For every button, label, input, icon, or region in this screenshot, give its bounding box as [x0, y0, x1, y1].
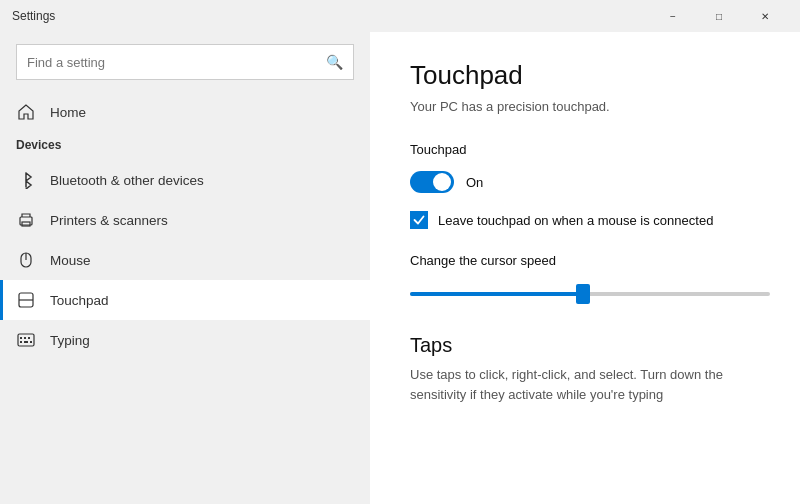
- maximize-button[interactable]: □: [696, 0, 742, 32]
- sidebar-item-touchpad[interactable]: Touchpad: [0, 280, 370, 320]
- sidebar: 🔍 Home Devices Bluetooth & other devices: [0, 32, 370, 504]
- touchpad-toggle[interactable]: [410, 171, 454, 193]
- touchpad-section-label: Touchpad: [410, 142, 760, 157]
- svg-rect-7: [20, 337, 22, 339]
- sidebar-item-mouse[interactable]: Mouse: [0, 240, 370, 280]
- cursor-speed-slider-container: [410, 282, 770, 306]
- sidebar-item-home[interactable]: Home: [0, 92, 370, 132]
- app-container: 🔍 Home Devices Bluetooth & other devices: [0, 32, 800, 504]
- taps-description: Use taps to click, right-click, and sele…: [410, 365, 760, 404]
- sidebar-item-printers[interactable]: Printers & scanners: [0, 200, 370, 240]
- search-icon: 🔍: [326, 54, 343, 70]
- search-box: 🔍: [16, 44, 354, 80]
- keyboard-icon: [16, 330, 36, 350]
- mouse-icon: [16, 250, 36, 270]
- close-button[interactable]: ✕: [742, 0, 788, 32]
- touchpad-icon: [16, 290, 36, 310]
- toggle-knob: [433, 173, 451, 191]
- sidebar-item-mouse-label: Mouse: [50, 253, 91, 268]
- touchpad-toggle-row: On: [410, 171, 760, 193]
- page-subtitle: Your PC has a precision touchpad.: [410, 99, 760, 114]
- window-controls: − □ ✕: [650, 0, 788, 32]
- slider-thumb[interactable]: [576, 284, 590, 304]
- svg-rect-12: [30, 341, 32, 343]
- search-box-wrapper: 🔍: [0, 32, 370, 92]
- app-title: Settings: [12, 9, 650, 23]
- toggle-label: On: [466, 175, 483, 190]
- home-icon: [16, 102, 36, 122]
- bluetooth-icon: [16, 170, 36, 190]
- svg-rect-10: [20, 341, 22, 343]
- sidebar-item-typing[interactable]: Typing: [0, 320, 370, 360]
- page-title: Touchpad: [410, 60, 760, 91]
- checkbox-label: Leave touchpad on when a mouse is connec…: [438, 213, 713, 228]
- svg-rect-8: [24, 337, 26, 339]
- checkbox-row: Leave touchpad on when a mouse is connec…: [410, 211, 760, 229]
- search-input[interactable]: [27, 55, 318, 70]
- sidebar-item-typing-label: Typing: [50, 333, 90, 348]
- minimize-button[interactable]: −: [650, 0, 696, 32]
- leave-touchpad-checkbox[interactable]: [410, 211, 428, 229]
- sidebar-item-bluetooth[interactable]: Bluetooth & other devices: [0, 160, 370, 200]
- sidebar-item-touchpad-label: Touchpad: [50, 293, 109, 308]
- taps-title: Taps: [410, 334, 760, 357]
- main-panel: Touchpad Your PC has a precision touchpa…: [370, 32, 800, 504]
- svg-rect-6: [18, 334, 34, 346]
- printer-icon: [16, 210, 36, 230]
- svg-rect-11: [24, 341, 28, 343]
- svg-rect-9: [28, 337, 30, 339]
- cursor-speed-label: Change the cursor speed: [410, 253, 760, 268]
- sidebar-item-home-label: Home: [50, 105, 86, 120]
- slider-fill: [410, 292, 583, 296]
- sidebar-item-bluetooth-label: Bluetooth & other devices: [50, 173, 204, 188]
- title-bar: Settings − □ ✕: [0, 0, 800, 32]
- sidebar-section-devices: Devices: [0, 132, 370, 160]
- sidebar-item-printers-label: Printers & scanners: [50, 213, 168, 228]
